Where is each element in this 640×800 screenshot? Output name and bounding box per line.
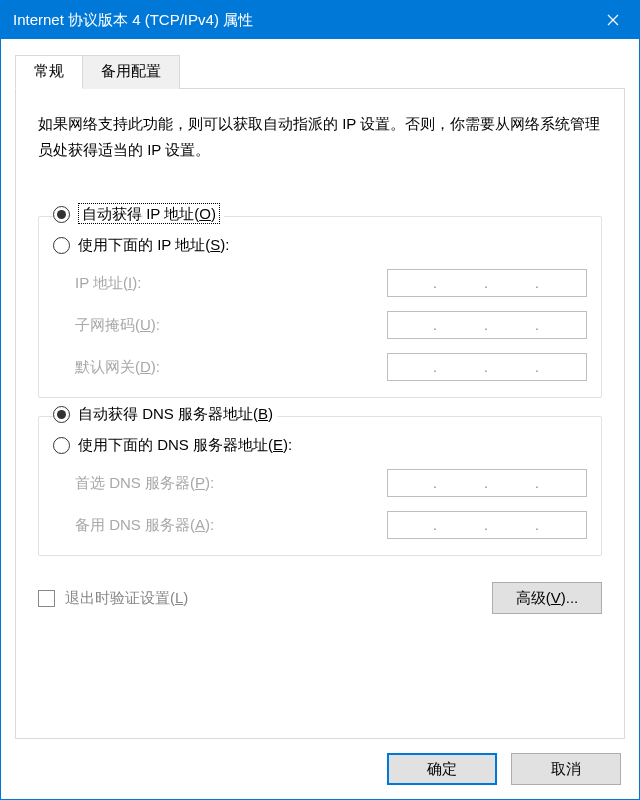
radio-ip-manual[interactable] <box>53 237 70 254</box>
properties-dialog: Internet 协议版本 4 (TCP/IPv4) 属性 常规 备用配置 如果… <box>0 0 640 800</box>
label-dns-preferred: 首选 DNS 服务器(P): <box>75 474 387 493</box>
dialog-buttons: 确定 取消 <box>15 739 625 785</box>
bottom-row: 退出时验证设置(L) 高级(V)... <box>38 582 602 614</box>
advanced-button[interactable]: 高级(V)... <box>492 582 602 614</box>
input-ip-address[interactable]: ... <box>387 269 587 297</box>
label-ip-address: IP 地址(I): <box>75 274 387 293</box>
radio-dns-manual-label[interactable]: 使用下面的 DNS 服务器地址(E): <box>78 436 292 455</box>
close-icon[interactable] <box>587 1 639 39</box>
radio-dns-auto-label[interactable]: 自动获得 DNS 服务器地址(B) <box>78 405 273 424</box>
tabstrip: 常规 备用配置 <box>15 55 625 89</box>
intro-text: 如果网络支持此功能，则可以获取自动指派的 IP 设置。否则，你需要从网络系统管理… <box>38 111 602 162</box>
checkbox-validate-on-exit[interactable] <box>38 590 55 607</box>
label-default-gateway: 默认网关(D): <box>75 358 387 377</box>
titlebar: Internet 协议版本 4 (TCP/IPv4) 属性 <box>1 1 639 39</box>
input-default-gateway[interactable]: ... <box>387 353 587 381</box>
radio-dns-manual[interactable] <box>53 437 70 454</box>
ok-button[interactable]: 确定 <box>387 753 497 785</box>
input-dns-preferred[interactable]: ... <box>387 469 587 497</box>
radio-ip-auto[interactable] <box>53 206 70 223</box>
label-subnet-mask: 子网掩码(U): <box>75 316 387 335</box>
radio-ip-auto-label[interactable]: 自动获得 IP 地址(O) <box>78 205 220 224</box>
dns-group: 自动获得 DNS 服务器地址(B) 使用下面的 DNS 服务器地址(E): 首选… <box>38 416 602 556</box>
dialog-content: 常规 备用配置 如果网络支持此功能，则可以获取自动指派的 IP 设置。否则，你需… <box>1 39 639 799</box>
label-dns-alternate: 备用 DNS 服务器(A): <box>75 516 387 535</box>
radio-ip-manual-label[interactable]: 使用下面的 IP 地址(S): <box>78 236 229 255</box>
input-dns-alternate[interactable]: ... <box>387 511 587 539</box>
cancel-button[interactable]: 取消 <box>511 753 621 785</box>
tabpanel-general: 如果网络支持此功能，则可以获取自动指派的 IP 设置。否则，你需要从网络系统管理… <box>15 88 625 739</box>
checkbox-validate-label[interactable]: 退出时验证设置(L) <box>65 589 492 608</box>
tab-alternate[interactable]: 备用配置 <box>83 55 180 89</box>
tab-general[interactable]: 常规 <box>15 55 83 89</box>
ip-group: 自动获得 IP 地址(O) 使用下面的 IP 地址(S): IP 地址(I): … <box>38 216 602 398</box>
radio-dns-auto[interactable] <box>53 406 70 423</box>
window-title: Internet 协议版本 4 (TCP/IPv4) 属性 <box>13 11 587 30</box>
input-subnet-mask[interactable]: ... <box>387 311 587 339</box>
